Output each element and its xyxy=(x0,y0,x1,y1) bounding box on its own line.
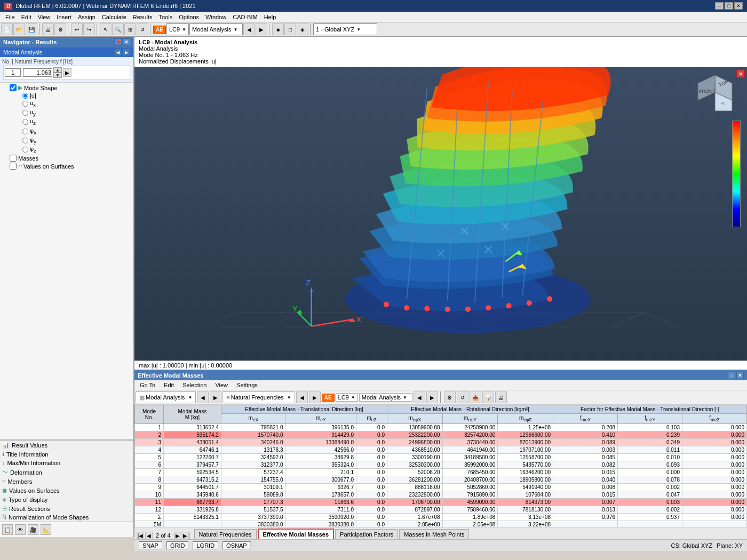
view-dropdown[interactable]: 1 - Global XYZ ▼ xyxy=(313,23,377,35)
bottom-freq-prev[interactable]: ◀ xyxy=(296,391,308,403)
bottom-freq-next[interactable]: ▶ xyxy=(309,391,321,403)
bottom-export-button[interactable]: 📤 xyxy=(470,391,481,403)
nav-bottom-btn-2[interactable]: 👁 xyxy=(15,524,26,535)
bottom-lc-combo[interactable]: LC9 ▼ xyxy=(336,393,358,402)
nav-deformation[interactable]: 〜 Deformation xyxy=(0,467,133,477)
nav-item-ux[interactable]: ux xyxy=(1,99,132,108)
bottom-pin-button[interactable]: □ xyxy=(728,372,735,379)
nav-item-phiz[interactable]: φz xyxy=(1,145,132,154)
snap-status[interactable]: SNAP xyxy=(139,541,162,550)
nav-pin-button[interactable]: 📌 xyxy=(114,38,122,46)
bottom-chart-button[interactable]: 📊 xyxy=(482,391,494,403)
menu-options[interactable]: Options xyxy=(176,13,202,21)
nav-item-phiy[interactable]: φy xyxy=(1,136,132,145)
next-result-button[interactable]: ▶ xyxy=(256,23,267,35)
bottom-menu-goto[interactable]: Go To xyxy=(137,381,158,389)
bottom-analysis-combo[interactable]: ▦ Modal Analysis ▼ xyxy=(136,391,196,403)
menu-insert[interactable]: Insert xyxy=(53,13,75,21)
nav-title-information[interactable]: ℹ Title Information xyxy=(0,450,133,459)
bottom-prev-button[interactable]: ◀ xyxy=(197,391,209,403)
select-button[interactable]: ↖ xyxy=(100,23,112,35)
bottom-filter-button[interactable]: ⚙ xyxy=(444,391,456,403)
nav-members[interactable]: ≡ Members xyxy=(0,477,133,486)
close-button[interactable]: ✕ xyxy=(734,2,743,10)
menu-view[interactable]: View xyxy=(35,13,54,21)
nav-maxmin-information[interactable]: ↕ Max/Min Information xyxy=(0,459,133,467)
bottom-lc-prev[interactable]: ◀ xyxy=(414,391,425,403)
menu-cad-bim[interactable]: CAD-BIM xyxy=(229,13,260,21)
nav-normalization[interactable]: Ñ Normalization of Mode Shapes xyxy=(0,513,133,522)
page-prev-button[interactable]: ◀ xyxy=(145,532,153,539)
undo-button[interactable]: ↩ xyxy=(71,23,83,35)
menu-file[interactable]: File xyxy=(2,13,18,21)
menu-calculate[interactable]: Calculate xyxy=(99,13,130,21)
viewport-3d[interactable]: X Y Z xyxy=(134,67,747,361)
analysis-dropdown[interactable]: Modal Analysis ▼ xyxy=(189,23,243,35)
nav-bottom-btn-3[interactable]: 🎥 xyxy=(28,524,38,535)
nav-item-values-surfaces[interactable]: ˣˣ Values on Surfaces xyxy=(1,162,132,170)
settings-button[interactable]: ⚙ xyxy=(54,23,66,35)
mode-shape-checkbox[interactable] xyxy=(10,84,17,91)
lc-dropdown[interactable]: LC9 ▼ xyxy=(166,23,189,35)
viewport-close[interactable]: ✕ xyxy=(736,69,745,78)
menu-window[interactable]: Window xyxy=(202,13,229,21)
nav-item-uy[interactable]: uy xyxy=(1,108,132,117)
nav-bottom-btn-4[interactable]: 📐 xyxy=(41,524,51,535)
masses-checkbox[interactable] xyxy=(10,155,17,162)
tab-participation-factors[interactable]: Participation Factors xyxy=(335,529,398,539)
bottom-lc-next[interactable]: ▶ xyxy=(426,391,438,403)
minimize-button[interactable]: ─ xyxy=(715,2,724,10)
nav-item-u-abs[interactable]: |u| xyxy=(1,92,132,99)
bottom-menu-view[interactable]: View xyxy=(212,381,231,389)
redo-button[interactable]: ↪ xyxy=(83,23,95,35)
zoom-button[interactable]: 🔍 xyxy=(112,23,124,35)
perspective-button[interactable]: ◈ xyxy=(297,23,308,35)
values-surfaces-checkbox[interactable] xyxy=(10,163,17,170)
nav-item-masses[interactable]: Masses xyxy=(1,154,132,162)
bottom-lc-name-combo[interactable]: Modal Analysis ▼ xyxy=(359,393,412,402)
uz-radio[interactable] xyxy=(22,119,28,125)
render-button[interactable]: ■ xyxy=(272,23,284,35)
menu-edit[interactable]: Edit xyxy=(18,13,35,21)
rotate-button[interactable]: ↺ xyxy=(137,23,148,35)
new-button[interactable]: 📄 xyxy=(1,23,13,35)
page-next-button[interactable]: ▶ xyxy=(174,532,181,539)
bottom-refresh-button[interactable]: ↺ xyxy=(457,391,468,403)
nav-close-button[interactable]: ✕ xyxy=(123,38,130,46)
data-table-container[interactable]: ModeNo. Modal MassM [kg] Effective Modal… xyxy=(134,405,747,527)
lgrid-status[interactable]: LGRID xyxy=(193,541,218,550)
page-first-button[interactable]: |◀ xyxy=(137,532,144,539)
prev-result-button[interactable]: ◀ xyxy=(243,23,255,35)
menu-help[interactable]: Help xyxy=(261,13,280,21)
nav-item-mode-shape[interactable]: ▶ Mode Shape xyxy=(1,84,132,92)
nav-left-button[interactable]: ◀ xyxy=(114,49,122,56)
bottom-menu-edit[interactable]: Edit xyxy=(161,381,177,389)
wireframe-button[interactable]: □ xyxy=(284,23,296,35)
menu-results[interactable]: Results xyxy=(130,13,156,21)
menu-assign[interactable]: Assign xyxy=(75,13,99,21)
nav-right-button[interactable]: ▶ xyxy=(123,49,130,56)
bottom-menu-selection[interactable]: Selection xyxy=(179,381,210,389)
tab-effective-modal-masses[interactable]: Effective Modal Masses xyxy=(258,529,335,539)
nav-type-of-display[interactable]: ◈ Type of display xyxy=(0,495,133,504)
nav-values-on-surfaces[interactable]: ◼ Values on Surfaces xyxy=(0,486,133,495)
u-abs-radio[interactable] xyxy=(22,93,28,99)
page-last-button[interactable]: ▶| xyxy=(182,532,190,539)
tab-natural-frequencies[interactable]: Natural Frequencies xyxy=(194,529,257,539)
nav-bottom-btn-1[interactable]: 📋 xyxy=(2,524,13,535)
bottom-freq-combo[interactable]: ≡ Natural Frequencies ▼ xyxy=(222,391,295,403)
tab-masses-mesh-points[interactable]: Masses in Mesh Points xyxy=(399,529,469,539)
grid-status[interactable]: GRID xyxy=(166,541,189,550)
nav-result-sections[interactable]: ⊟ Result Sections xyxy=(0,504,133,513)
maximize-button[interactable]: □ xyxy=(725,2,733,10)
print-button[interactable]: 🖨 xyxy=(42,23,54,35)
freq-no-input[interactable] xyxy=(5,68,21,77)
nav-item-uz[interactable]: uz xyxy=(1,117,132,126)
nav-result-values[interactable]: 📊 Result Values xyxy=(0,441,133,450)
bottom-menu-settings[interactable]: Settings xyxy=(233,381,261,389)
bottom-close-button[interactable]: ✕ xyxy=(736,372,744,379)
bottom-next-button[interactable]: ▶ xyxy=(210,391,221,403)
open-button[interactable]: 📂 xyxy=(13,23,25,35)
freq-down-button[interactable]: ▼ xyxy=(53,73,62,78)
bottom-ae-indicator[interactable]: AE xyxy=(322,394,335,402)
